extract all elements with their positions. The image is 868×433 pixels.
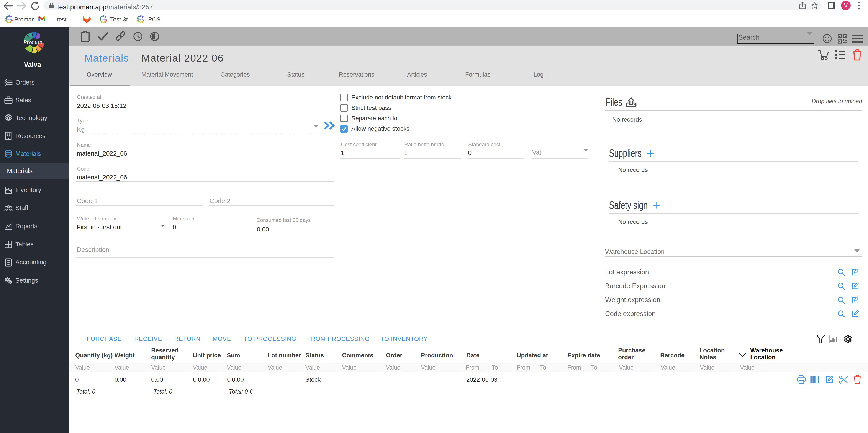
svg-text:Proman: Proman bbox=[6, 18, 12, 21]
svg-text:Prochef: Prochef bbox=[137, 18, 144, 21]
svg-text:Proman: Proman bbox=[100, 18, 107, 21]
